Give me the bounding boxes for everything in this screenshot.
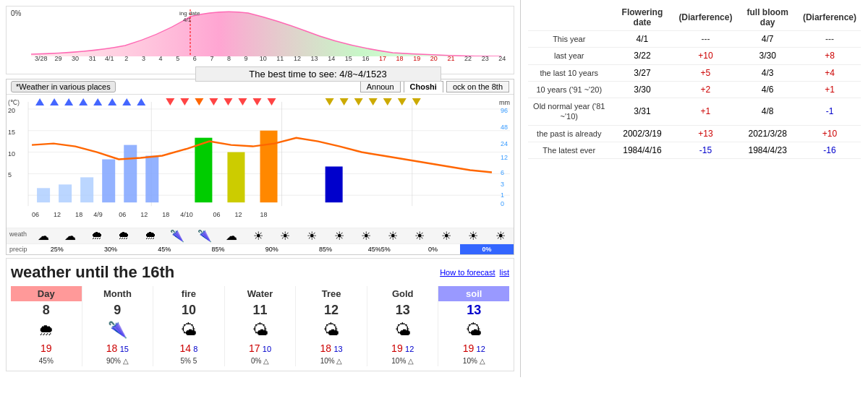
svg-marker-50 — [252, 98, 261, 105]
weather-icon-5: 🌧 — [137, 229, 164, 243]
svg-text:ing date: ing date — [179, 10, 200, 17]
svg-rect-26 — [37, 188, 50, 202]
weather-icon-10: ☀ — [272, 229, 299, 243]
full-bloom-old-normal: 4/8 — [736, 98, 799, 126]
day-col-10-low: 8 — [193, 345, 197, 353]
weather-icon-7: 🌂 — [191, 229, 218, 243]
day-col-8-temps: 19 — [11, 341, 82, 355]
svg-text:12: 12 — [234, 211, 242, 218]
svg-marker-47 — [209, 98, 218, 105]
svg-rect-27 — [59, 184, 72, 202]
diff2-old-normal: -1 — [799, 98, 861, 126]
day-col-9-high: 18 — [106, 342, 118, 354]
weather-row-label: weath — [7, 229, 30, 243]
row-label-past: the past is already — [528, 125, 610, 142]
svg-text:6: 6 — [501, 169, 504, 176]
svg-text:4/1: 4/1 — [183, 17, 192, 23]
weather-chart-panel: *Weather in various places Announ Choshi… — [6, 79, 514, 255]
svg-text:06: 06 — [119, 211, 126, 218]
precip-4: 85% — [191, 244, 244, 254]
svg-rect-31 — [145, 156, 158, 203]
day-col-13-number: 13 — [367, 301, 438, 319]
day-col-11-temps: 17 10 — [225, 341, 296, 355]
day-col-12-high: 18 — [320, 342, 332, 354]
weather-icon-13: ☀ — [352, 229, 379, 243]
flowering-old-normal: 3/31 — [610, 98, 675, 126]
svg-marker-41 — [108, 98, 116, 105]
day-col-8: Day 8 🌧 19 45% — [11, 286, 82, 366]
day-col-13: Gold 13 🌤 19 12 10% △ — [367, 286, 439, 366]
row-label-this-year: This year — [528, 31, 610, 48]
row-label-old-normal: Old normal year ('81 ~'10) — [528, 98, 610, 126]
diff1-latest-ever: -15 — [674, 142, 736, 159]
day-col-13-low: 12 — [405, 345, 414, 353]
diff1-last-year: +10 — [674, 48, 736, 64]
svg-rect-30 — [124, 145, 137, 203]
diff2-10-years-91-20: +1 — [799, 81, 861, 98]
precip-3: 45% — [137, 244, 191, 254]
day-columns: Day 8 🌧 19 45% Month 9 🌂 18 15 — [11, 286, 509, 366]
day-col-9-number: 9 — [82, 301, 153, 319]
precip-8: 0% — [406, 244, 459, 254]
day-col-8-icon: 🌧 — [11, 319, 82, 341]
weather-icon-12: ☀ — [326, 229, 352, 243]
forecast-section: weather until the 16th How to forecast l… — [6, 258, 514, 371]
svg-marker-38 — [64, 98, 73, 105]
weather-icon-3: 🌧 — [83, 229, 110, 243]
precip-7: 45%5% — [352, 244, 406, 254]
weather-icon-6: 🌂 — [164, 229, 191, 243]
day-col-12: Tree 12 🌤 18 13 10% △ — [296, 286, 367, 366]
weather-icon-4: 🌧 — [111, 229, 137, 243]
svg-marker-58 — [412, 98, 421, 105]
weather-icon-18: ☀ — [487, 229, 514, 243]
weather-icon-2: ☁ — [56, 229, 83, 243]
svg-marker-55 — [369, 98, 378, 105]
list-link[interactable]: list — [500, 268, 509, 277]
day-col-9-label: Month — [82, 286, 153, 301]
precip-5: 90% — [245, 244, 299, 254]
svg-text:06: 06 — [32, 211, 39, 218]
svg-marker-42 — [122, 98, 131, 105]
svg-marker-46 — [195, 98, 203, 105]
day-col-10-label: fire — [153, 286, 224, 301]
table-row-last-10-years: the last 10 years 3/27 +5 4/3 +4 — [528, 64, 861, 81]
svg-text:4/10: 4/10 — [180, 211, 193, 218]
day-col-12-low: 13 — [333, 345, 342, 353]
svg-text:10: 10 — [8, 150, 15, 158]
table-row-10-years-91-20: 10 years ('91 ~'20) 3/30 +2 4/6 +1 — [528, 81, 861, 98]
svg-text:48: 48 — [501, 124, 508, 131]
best-time-label: The best time to see: 4/8~4/1523 — [195, 66, 441, 82]
day-col-9: Month 9 🌂 18 15 90% △ — [82, 286, 154, 366]
flowering-last-10-years: 3/27 — [610, 64, 675, 81]
svg-marker-51 — [268, 98, 276, 105]
table-row-old-normal: Old normal year ('81 ~'10) 3/31 +1 4/8 -… — [528, 98, 861, 126]
svg-text:12: 12 — [140, 211, 148, 218]
diff2-last-year: +8 — [799, 48, 861, 64]
col-header-diff1: (Diarference) — [674, 4, 736, 31]
svg-rect-34 — [260, 131, 278, 202]
weather-icon-9: ☀ — [244, 229, 271, 243]
precip-row: precip 25% 30% 45% 85% 90% 85% 45%5% 0% … — [7, 243, 514, 254]
main-container: 0% — [0, 0, 868, 377]
day-col-12-label: Tree — [296, 286, 367, 301]
forecast-links: How to forecast list — [440, 268, 509, 277]
full-bloom-last-year: 3/30 — [736, 48, 799, 64]
svg-marker-54 — [354, 98, 363, 105]
weather-icon-14: ☀ — [379, 229, 406, 243]
row-label-latest-ever: The latest ever — [528, 142, 610, 159]
diff2-last-10-years: +4 — [799, 64, 861, 81]
day-col-10-number: 10 — [153, 301, 224, 319]
table-row-last-year: last year 3/22 +10 3/30 +8 — [528, 48, 861, 64]
svg-marker-49 — [238, 98, 247, 105]
svg-marker-57 — [398, 98, 407, 105]
svg-marker-36 — [35, 98, 44, 105]
diff1-10-years-91-20: +2 — [674, 81, 736, 98]
svg-text:4/9: 4/9 — [93, 211, 103, 218]
forecast-title: weather until the 16th — [11, 263, 174, 282]
how-to-forecast-link[interactable]: How to forecast — [440, 268, 495, 277]
svg-text:96: 96 — [501, 107, 508, 114]
day-col-13-high: 19 — [391, 342, 403, 354]
svg-text:06: 06 — [213, 211, 220, 218]
day-col-soil-icon: 🌤 — [438, 319, 509, 341]
precip-2: 30% — [84, 244, 137, 254]
